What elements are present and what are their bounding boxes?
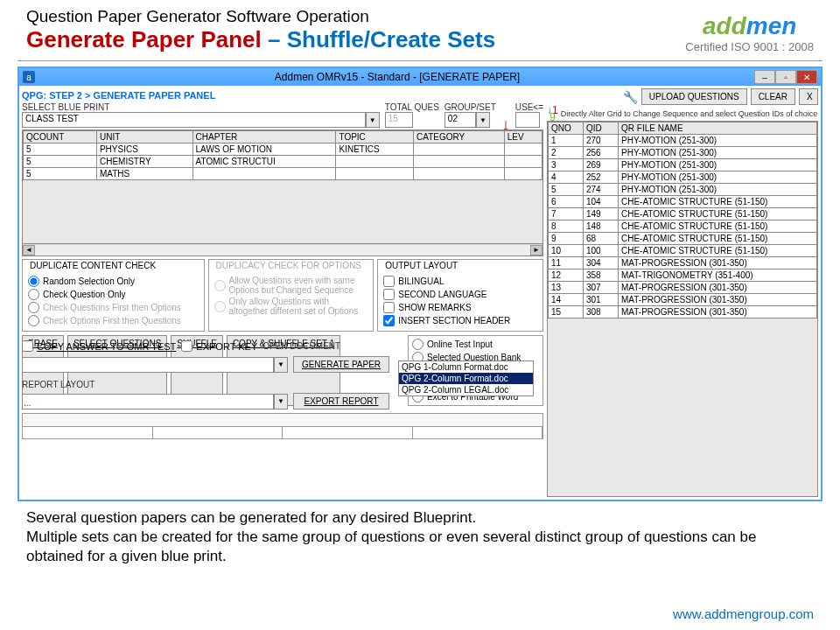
titlebar: a Addmen OMRv15 - Standard - [GENERATE P… <box>19 68 821 86</box>
report-layout-select[interactable] <box>22 394 274 410</box>
output-radio[interactable]: Online Test Input <box>412 338 539 351</box>
dropdown-arrow-icon[interactable]: ▼ <box>476 112 490 128</box>
grid-hint: Directly Alter Grid to Change Sequence a… <box>561 108 818 119</box>
group-select[interactable]: 02 <box>444 112 476 128</box>
dup-radio[interactable]: Random Selection Only <box>28 275 199 288</box>
dup-radio[interactable]: Check Question Only <box>28 288 199 301</box>
total-ques-label: TOTAL QUES <box>385 102 439 112</box>
dup-radio[interactable]: Check Options First then Questions <box>28 314 199 327</box>
use-field[interactable] <box>515 112 540 128</box>
dup-check-title: DUPLICATE CONTENT CHECK <box>26 260 159 271</box>
output-layout-title: OUTPUT LAYOUT <box>382 260 461 271</box>
logo: addmen Certified ISO 9001 : 2008 <box>685 12 814 53</box>
open-doc-label: OPEN DOCUMENT <box>262 341 340 351</box>
output-check[interactable]: INSERT SECTION HEADER <box>383 314 537 327</box>
status-cells <box>22 427 543 439</box>
omr-test-select[interactable] <box>22 357 274 373</box>
app-window: a Addmen OMRv15 - Standard - [GENERATE P… <box>18 66 822 501</box>
format-listbox[interactable]: QPG 1-Column Format.docQPG 2-Column Form… <box>398 360 534 396</box>
clear-button[interactable]: CLEAR <box>751 88 795 105</box>
copy-answer-check[interactable]: COPY ANSWER TO OMR TEST <box>22 340 176 353</box>
format-item[interactable]: QPG 2-Column Format.doc <box>399 373 533 384</box>
blueprint-select[interactable]: CLASS TEST <box>22 112 366 128</box>
close-button[interactable]: ✕ <box>796 70 817 84</box>
upload-questions-button[interactable]: UPLOAD QUESTIONS <box>641 88 747 105</box>
output-check[interactable]: SECOND LANGUAGE <box>383 288 537 301</box>
dup-radio[interactable]: Check Questions First then Options <box>28 301 199 314</box>
dropdown-arrow-icon[interactable]: ▼ <box>366 112 380 128</box>
sort-icon[interactable]: ↓1 9 <box>547 107 558 121</box>
dup2-radio: Allow Questions even with same Options b… <box>214 275 368 296</box>
status-bar <box>22 413 543 427</box>
scrollbar[interactable]: ◄► <box>23 243 542 256</box>
questions-grid[interactable]: QNOQIDQR FILE NAME1270PHY-MOTION (251-30… <box>547 121 818 497</box>
total-ques-field[interactable]: 15 <box>385 112 413 128</box>
breadcrumb: QPG: STEP 2 > GENERATE PAPER PANEL <box>22 88 543 102</box>
dup2-radio: Only allow Questions with altogether dif… <box>214 296 368 317</box>
export-report-button[interactable]: EXPORT REPORT <box>293 393 389 410</box>
report-layout-label: REPORT LAYOUT <box>22 380 94 389</box>
output-check[interactable]: SHOW REMARKS <box>383 301 537 314</box>
app-icon: a <box>23 71 35 83</box>
website-url: www.addmengroup.com <box>673 606 814 621</box>
group-label: GROUP/SET <box>444 102 496 112</box>
format-item[interactable]: QPG 1-Column Format.doc <box>399 361 533 373</box>
blueprint-label: SELECT BLUE PRINT <box>22 102 380 112</box>
blueprint-grid[interactable]: QCOUNTUNITCHAPTERTOPICCATEGORYLEV5PHYSIC… <box>22 130 543 256</box>
maximize-button[interactable]: ▫ <box>775 70 796 84</box>
use-label: USE<= <box>515 102 543 112</box>
output-check[interactable]: BILINGUAL <box>383 275 537 288</box>
minimize-button[interactable]: – <box>754 70 775 84</box>
format-item[interactable]: QPG 2-Column LEGAL.doc <box>399 384 533 396</box>
footer-description: Several question papers can be generated… <box>0 501 840 573</box>
close-panel-button[interactable]: X <box>799 88 818 105</box>
dup-options-title: DUPLICACY CHECK FOR OPTIONS <box>213 260 366 271</box>
wrench-icon[interactable]: 🔧 <box>623 90 638 104</box>
export-key-check[interactable]: EXPORT KEY <box>181 340 257 353</box>
window-title: Addmen OMRv15 - Standard - [GENERATE PAP… <box>40 71 754 83</box>
generate-paper-button[interactable]: GENERATE PAPER <box>293 356 389 373</box>
